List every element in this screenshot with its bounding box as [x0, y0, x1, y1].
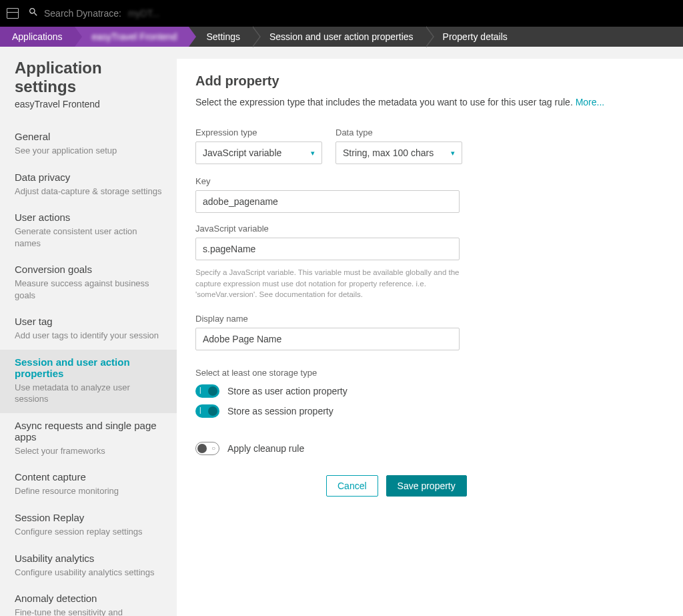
data-type-label: Data type [335, 127, 462, 137]
more-link[interactable]: More... [576, 97, 605, 107]
nav-desc: Measure success against business goals [15, 278, 162, 301]
key-input-wrap [195, 190, 460, 213]
nav-desc: Fine-tune the sensitivity and thresholds [15, 607, 162, 616]
sidebar-item-general[interactable]: GeneralSee your application setup [0, 124, 177, 165]
sidebar: Application settings easyTravel Frontend… [0, 47, 177, 616]
sidebar-item-anomaly-detection[interactable]: Anomaly detectionFine-tune the sensitivi… [0, 586, 177, 616]
nav-title: User actions [15, 212, 162, 223]
breadcrumb: Applications easyTravel Frontend Setting… [0, 27, 683, 47]
toggle-session-label: Store as session property [227, 406, 333, 416]
toggle-user-action-property[interactable]: | [195, 384, 219, 398]
nav-title: Data privacy [15, 172, 162, 183]
breadcrumb-label: Applications [12, 31, 63, 42]
save-label: Save property [398, 481, 456, 491]
sidebar-item-session-replay[interactable]: Session ReplayConfigure session replay s… [0, 505, 177, 546]
form-lead-text: Select the expression type that includes… [195, 97, 576, 107]
nav-title: Session and user action properties [15, 356, 162, 379]
key-input[interactable] [203, 196, 452, 207]
sidebar-item-content-capture[interactable]: Content captureDefine resource monitorin… [0, 465, 177, 505]
sidebar-item-user-actions[interactable]: User actionsGenerate consistent user act… [0, 205, 177, 257]
form-lead: Select the expression type that includes… [195, 97, 664, 107]
toggle-user-action-label: Store as user action property [227, 386, 348, 396]
breadcrumb-session-props[interactable]: Session and user action properties [252, 27, 426, 47]
nav-title: General [15, 131, 162, 142]
toggle-on-indicator: | [199, 386, 201, 394]
breadcrumb-label: Session and user action properties [269, 31, 414, 42]
nav-desc: Configure usability analytics settings [15, 567, 162, 579]
sidebar-subtitle: easyTravel Frontend [0, 99, 177, 124]
app-menu-icon[interactable] [7, 8, 19, 19]
nav-desc: See your application setup [15, 145, 162, 157]
jsvar-label: JavaScript variable [195, 224, 664, 234]
nav-desc: Use metadata to analyze user sessions [15, 382, 162, 405]
sidebar-item-session-and-user-action-properties[interactable]: Session and user action propertiesUse me… [0, 350, 177, 413]
cancel-label: Cancel [337, 481, 367, 491]
toggle-cleanup-label: Apply cleanup rule [227, 443, 304, 454]
main-panel: Add property Select the expression type … [177, 59, 683, 616]
breadcrumb-app-name[interactable]: easyTravel Frontend [75, 27, 189, 47]
display-input-wrap [195, 328, 460, 350]
nav-desc: Add user tags to identify your session [15, 330, 162, 342]
breadcrumb-label: easyTravel Frontend [92, 31, 177, 42]
search-context: myDT... [128, 8, 159, 19]
display-label: Display name [195, 314, 664, 324]
breadcrumb-applications[interactable]: Applications [0, 27, 75, 47]
form-heading: Add property [195, 73, 664, 89]
storage-section-label: Select at least one storage type [195, 368, 664, 378]
global-search[interactable]: Search Dynatrace: myDT... [28, 7, 159, 20]
sidebar-item-user-tag[interactable]: User tagAdd user tags to identify your s… [0, 309, 177, 350]
data-type-select[interactable]: String, max 100 chars ▾ [335, 141, 462, 164]
nav-title: Usability analytics [15, 553, 162, 564]
sidebar-title: Application settings [0, 59, 177, 99]
jsvar-input-wrap [195, 238, 460, 260]
nav-title: Async requests and single page apps [15, 420, 162, 442]
topbar: Search Dynatrace: myDT... [0, 0, 683, 27]
nav-desc: Define resource monitoring [15, 485, 162, 497]
expression-type-value: JavaScript variable [203, 147, 281, 158]
jsvar-help: Specify a JavaScript variable. This vari… [195, 267, 462, 300]
sidebar-item-usability-analytics[interactable]: Usability analyticsConfigure usability a… [0, 546, 177, 587]
nav-desc: Generate consistent user action names [15, 226, 162, 249]
jsvar-input[interactable] [203, 244, 452, 254]
sidebar-item-data-privacy[interactable]: Data privacyAdjust data-capture & storag… [0, 165, 177, 206]
sidebar-item-async-requests-and-single-page-apps[interactable]: Async requests and single page appsSelec… [0, 413, 177, 465]
toggle-session-property[interactable]: | [195, 404, 219, 418]
sidebar-item-conversion-goals[interactable]: Conversion goalsMeasure success against … [0, 257, 177, 309]
search-icon [28, 7, 39, 20]
cancel-button[interactable]: Cancel [326, 475, 378, 497]
nav-desc: Configure session replay settings [15, 526, 162, 538]
save-property-button[interactable]: Save property [386, 475, 467, 497]
nav-title: User tag [15, 316, 162, 327]
key-label: Key [195, 176, 664, 186]
nav-desc: Adjust data-capture & storage settings [15, 186, 162, 198]
toggle-off-indicator: ○ [211, 444, 215, 452]
chevron-down-icon: ▾ [451, 149, 455, 158]
display-input[interactable] [203, 334, 452, 344]
toggle-on-indicator: | [199, 406, 201, 414]
chevron-down-icon: ▾ [311, 149, 315, 158]
search-placeholder: Search Dynatrace: [44, 8, 121, 19]
breadcrumb-label: Settings [206, 31, 240, 42]
breadcrumb-label: Property details [443, 31, 508, 42]
toggle-cleanup-rule[interactable]: ○ [195, 442, 219, 455]
breadcrumb-property-details[interactable]: Property details [426, 27, 520, 47]
nav-desc: Select your frameworks [15, 445, 162, 457]
data-type-value: String, max 100 chars [343, 147, 434, 158]
nav-title: Anomaly detection [15, 593, 162, 604]
expression-type-select[interactable]: JavaScript variable ▾ [195, 141, 322, 164]
expression-type-label: Expression type [195, 127, 322, 137]
nav-title: Session Replay [15, 512, 162, 523]
nav-title: Conversion goals [15, 264, 162, 275]
breadcrumb-settings[interactable]: Settings [189, 27, 252, 47]
nav-title: Content capture [15, 471, 162, 483]
